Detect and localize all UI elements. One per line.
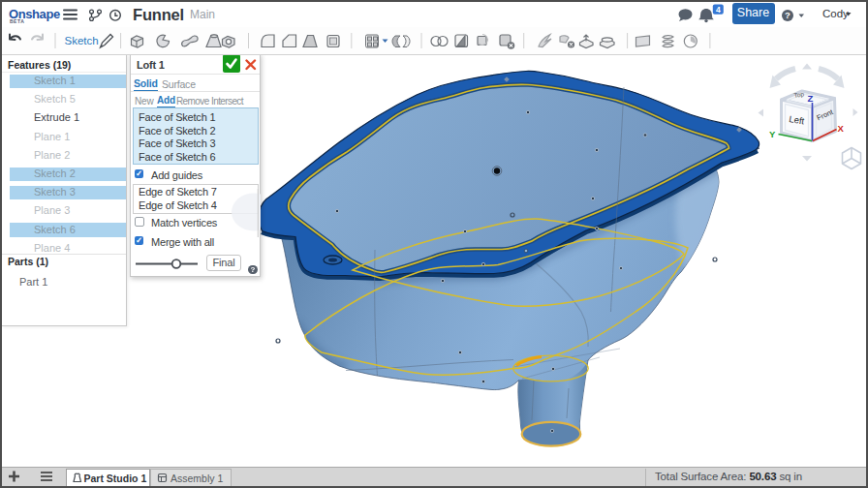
svg-text:Sketch: Sketch xyxy=(65,35,99,46)
svg-text:X: X xyxy=(838,123,845,134)
svg-text:Z: Z xyxy=(808,93,814,104)
svg-text:Y: Y xyxy=(769,129,776,139)
